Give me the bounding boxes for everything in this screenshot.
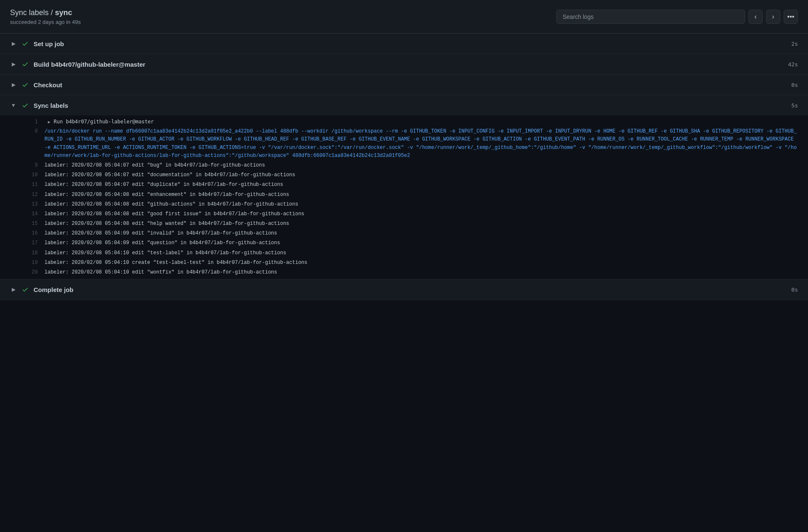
check-icon [21, 101, 29, 110]
more-options-button[interactable]: ••• [784, 10, 798, 24]
line-content: labeler: 2020/02/08 05:04:10 edit "wontf… [44, 269, 798, 276]
log-line: 11labeler: 2020/02/08 05:04:07 edit "dup… [0, 180, 808, 190]
job-section-build-job: ▶Build b4b4r07/github-labeler@master42s [0, 54, 808, 75]
chevron-right-icon: ▶ [10, 287, 17, 292]
line-number: 9 [25, 162, 38, 170]
chevron-left-icon: ‹ [754, 13, 756, 21]
log-line: 13labeler: 2020/02/08 05:04:08 edit "git… [0, 200, 808, 209]
job-header-build-job[interactable]: ▶Build b4b4r07/github-labeler@master42s [0, 54, 808, 74]
line-content: labeler: 2020/02/08 05:04:08 edit "enhan… [44, 191, 798, 199]
checkmark-svg [22, 286, 29, 293]
line-content: labeler: 2020/02/08 05:04:09 edit "inval… [44, 229, 798, 237]
log-line: 19labeler: 2020/02/08 05:04:10 create "t… [0, 258, 808, 268]
header: Sync labels / sync succeeded 2 days ago … [0, 0, 808, 34]
line-content: labeler: 2020/02/08 05:04:10 edit "test-… [44, 249, 798, 257]
checkmark-svg [22, 40, 29, 47]
job-header-left: ▼Sync labels [10, 101, 68, 110]
chevron-right-icon: ▶ [10, 41, 17, 47]
job-duration: 42s [788, 61, 798, 68]
chevron-right-icon: ▶ [10, 61, 17, 67]
line-number: 10 [25, 171, 38, 179]
job-duration: 2s [791, 41, 798, 47]
workflow-name: Sync labels [10, 8, 49, 17]
log-line: 10labeler: 2020/02/08 05:04:07 edit "doc… [0, 170, 808, 180]
line-content: labeler: 2020/02/08 05:04:08 edit "help … [44, 220, 798, 228]
job-header-complete-job[interactable]: ▶Complete job0s [0, 279, 808, 300]
job-header-left: ▶Build b4b4r07/github-labeler@master [10, 60, 145, 68]
log-line: 12labeler: 2020/02/08 05:04:08 edit "enh… [0, 190, 808, 200]
header-subtitle: succeeded 2 days ago in 49s [10, 19, 81, 25]
line-number: 18 [25, 249, 38, 257]
check-icon [21, 285, 29, 294]
job-section-setup-job: ▶Set up job2s [0, 34, 808, 54]
line-number: 20 [25, 269, 38, 276]
log-line: 17labeler: 2020/02/08 05:04:09 edit "que… [0, 238, 808, 248]
job-header-left: ▶Checkout [10, 81, 62, 89]
job-duration: 5s [791, 102, 798, 109]
check-icon [21, 60, 29, 68]
header-title: Sync labels / sync [10, 8, 81, 17]
content: ▶Set up job2s▶Build b4b4r07/github-label… [0, 34, 808, 300]
job-header-setup-job[interactable]: ▶Set up job2s [0, 34, 808, 54]
line-number: 1 [25, 118, 38, 126]
line-number: 13 [25, 201, 38, 209]
job-header-left: ▶Set up job [10, 39, 64, 48]
line-number: 16 [25, 229, 38, 237]
log-line: 9labeler: 2020/02/08 05:04:07 edit "bug"… [0, 161, 808, 170]
header-left: Sync labels / sync succeeded 2 days ago … [10, 8, 81, 25]
job-duration: 0s [791, 82, 798, 88]
log-line: 20labeler: 2020/02/08 05:04:10 edit "won… [0, 268, 808, 277]
check-icon [21, 39, 29, 48]
job-title: Complete job [34, 286, 73, 293]
job-duration: 0s [791, 287, 798, 293]
job-content: 1▶Run b4b4r07/github-labeler@master8/usr… [0, 115, 808, 279]
line-number: 19 [25, 259, 38, 267]
line-content: /usr/bin/docker run --name dfb66007c1aa8… [44, 128, 798, 160]
checkmark-svg [22, 81, 29, 88]
job-title: Checkout [34, 81, 62, 89]
line-content: labeler: 2020/02/08 05:04:07 edit "bug" … [44, 162, 798, 170]
checkmark-svg [22, 102, 29, 109]
chevron-down-icon: ▼ [10, 102, 17, 108]
job-header-checkout-job[interactable]: ▶Checkout0s [0, 75, 808, 95]
log-line: 16labeler: 2020/02/08 05:04:09 edit "inv… [0, 229, 808, 238]
log-line: 15labeler: 2020/02/08 05:04:08 edit "hel… [0, 219, 808, 229]
line-number: 8 [25, 128, 38, 136]
nav-prev-button[interactable]: ‹ [748, 10, 763, 24]
job-title: Sync labels [34, 102, 68, 109]
line-content: labeler: 2020/02/08 05:04:07 edit "dupli… [44, 181, 798, 189]
checkmark-svg [22, 61, 29, 68]
step-header-line: 1▶Run b4b4r07/github-labeler@master [0, 117, 808, 127]
line-number: 12 [25, 191, 38, 199]
job-header-sync-labels-job[interactable]: ▼Sync labels5s [0, 95, 808, 115]
nav-next-button[interactable]: › [766, 10, 780, 24]
log-line: 8/usr/bin/docker run --name dfb66007c1aa… [0, 127, 808, 161]
job-name: sync [55, 8, 72, 17]
step-run-label: Run b4b4r07/github-labeler@master [54, 118, 154, 126]
chevron-right-icon: ▶ [10, 82, 17, 88]
log-line: 18labeler: 2020/02/08 05:04:10 edit "tes… [0, 248, 808, 258]
line-content: labeler: 2020/02/08 05:04:10 create "tes… [44, 259, 798, 267]
separator: / [49, 8, 55, 17]
line-content: labeler: 2020/02/08 05:04:08 edit "githu… [44, 201, 798, 209]
line-content: labeler: 2020/02/08 05:04:09 edit "quest… [44, 239, 798, 247]
log-line: 14labeler: 2020/02/08 05:04:08 edit "goo… [0, 209, 808, 219]
job-section-checkout-job: ▶Checkout0s [0, 75, 808, 95]
job-title: Build b4b4r07/github-labeler@master [34, 61, 145, 68]
line-number: 11 [25, 181, 38, 189]
line-content: labeler: 2020/02/08 05:04:07 edit "docum… [44, 171, 798, 179]
line-number: 17 [25, 239, 38, 247]
chevron-right-icon: › [772, 13, 774, 21]
job-title: Set up job [34, 40, 64, 47]
more-icon: ••• [787, 13, 795, 21]
line-number: 15 [25, 220, 38, 228]
line-content: labeler: 2020/02/08 05:04:08 edit "good … [44, 210, 798, 218]
check-icon [21, 81, 29, 89]
header-right: ‹ › ••• [556, 10, 798, 24]
play-icon: ▶ [48, 119, 50, 125]
search-input[interactable] [556, 10, 745, 24]
job-section-sync-labels-job: ▼Sync labels5s1▶Run b4b4r07/github-label… [0, 95, 808, 279]
line-number: 14 [25, 210, 38, 218]
job-section-complete-job: ▶Complete job0s [0, 279, 808, 300]
job-header-left: ▶Complete job [10, 285, 73, 294]
